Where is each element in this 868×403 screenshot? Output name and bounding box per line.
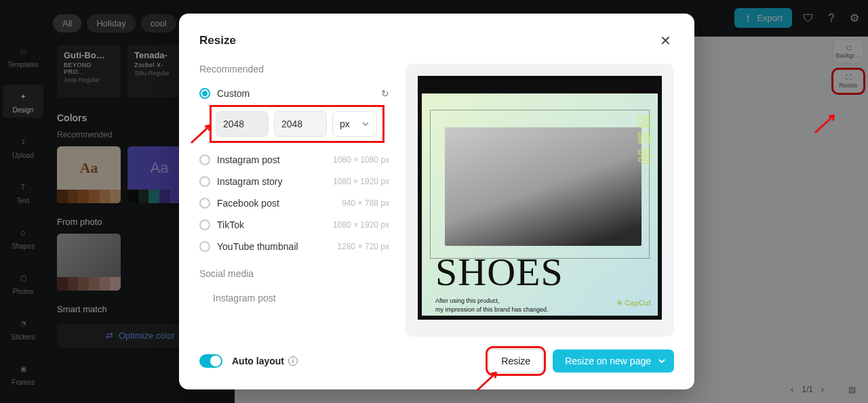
resize-preview: NEW SHOES After using this product, my i… xyxy=(406,64,674,337)
resize-new-page-button[interactable]: Resize on new page xyxy=(553,349,674,373)
preview-new-text: NEW xyxy=(634,115,655,169)
resize-options-col: Recommended Custom ↻ px Instagram post 1… xyxy=(199,64,389,337)
option-instagram-post[interactable]: Instagram post 1080 × 1080 px xyxy=(199,149,389,171)
reset-icon[interactable]: ↻ xyxy=(381,88,389,99)
modal-title: Resize xyxy=(199,34,236,47)
social-instagram-post[interactable]: Instagram post xyxy=(199,287,389,309)
preview-canvas: NEW SHOES After using this product, my i… xyxy=(418,76,662,320)
close-button[interactable]: ✕ xyxy=(656,33,674,49)
radio-fb-post[interactable] xyxy=(199,198,210,209)
option-custom[interactable]: Custom ↻ xyxy=(199,83,389,104)
chevron-down-icon xyxy=(658,357,666,365)
radio-yt-thumb[interactable] xyxy=(199,241,210,252)
option-youtube-thumb[interactable]: YouTube thumbnail 1280 × 720 px xyxy=(199,236,389,257)
option-tiktok[interactable]: TikTok 1080 × 1920 px xyxy=(199,214,389,236)
preview-brand: ✳ CapCut xyxy=(616,299,651,307)
info-icon[interactable]: i xyxy=(288,356,298,366)
resize-modal: Resize ✕ Recommended Custom ↻ px Instagr… xyxy=(179,14,694,389)
height-input[interactable] xyxy=(274,111,327,137)
width-input[interactable] xyxy=(216,111,269,137)
radio-custom[interactable] xyxy=(199,88,210,99)
preview-sub: After using this product, my impression … xyxy=(435,297,549,314)
auto-layout-toggle[interactable] xyxy=(199,354,222,368)
chevron-down-icon xyxy=(361,120,370,128)
preview-headline: SHOES xyxy=(435,249,564,295)
option-instagram-story[interactable]: Instagram story 1080 × 1920 px xyxy=(199,171,389,192)
radio-tiktok[interactable] xyxy=(199,219,210,230)
preview-photo-icon xyxy=(445,127,642,246)
resize-button[interactable]: Resize xyxy=(488,349,543,373)
modal-footer: Auto layout i Resize Resize on new page xyxy=(199,337,674,373)
radio-ig-post[interactable] xyxy=(199,154,210,165)
auto-layout-label: Auto layout i xyxy=(232,356,298,366)
unit-select[interactable]: px xyxy=(332,111,377,137)
option-facebook-post[interactable]: Facebook post 940 × 788 px xyxy=(199,192,389,214)
social-media-label: Social media xyxy=(199,268,389,279)
custom-size-inputs: px xyxy=(213,108,381,140)
radio-ig-story[interactable] xyxy=(199,176,210,187)
recommended-label: Recommended xyxy=(199,64,389,75)
preview-design: NEW SHOES After using this product, my i… xyxy=(422,93,658,316)
